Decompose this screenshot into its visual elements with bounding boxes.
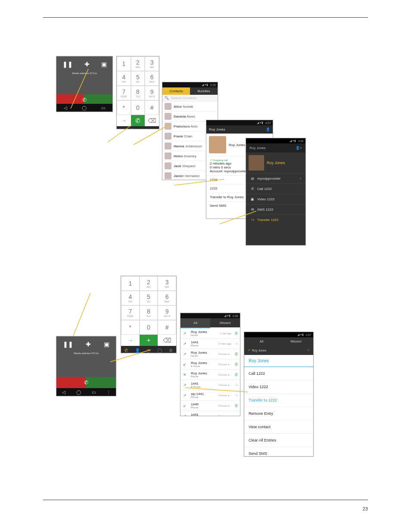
contact-icon[interactable]: 👤 — [266, 128, 270, 131]
nav-contacts-icon[interactable]: 👤 — [130, 128, 135, 130]
action-transfer[interactable]: ↪Transfer 1222 — [246, 215, 305, 225]
entry-action-icon[interactable]: ✆ — [235, 352, 238, 356]
key-hash[interactable]: # — [158, 320, 176, 335]
key-0[interactable]: 0 — [140, 320, 158, 335]
key-0[interactable]: 0 — [131, 100, 145, 115]
popup-remove[interactable]: Remove Entry — [244, 407, 313, 420]
log-entry[interactable]: ↙ Roy Jones● Home 3 hours a... ✆ — [181, 359, 240, 370]
tab-all[interactable]: All — [244, 337, 279, 345]
hangup-bar[interactable] — [56, 377, 87, 388]
call-button[interactable]: ✆ — [131, 115, 145, 126]
backspace-icon[interactable]: ⌫ — [158, 335, 176, 346]
answer-bar[interactable] — [86, 377, 116, 388]
key-4[interactable]: 4GHI — [121, 291, 140, 305]
tab-buddies[interactable]: Buddies — [190, 87, 218, 95]
backspace-icon[interactable]: ⌫ — [145, 115, 159, 126]
tab-contacts[interactable]: Contacts — [162, 87, 190, 95]
provider-row[interactable]: @myvoipprovider› — [246, 173, 305, 184]
key-star[interactable]: * — [121, 320, 140, 335]
home-icon[interactable]: ◯ — [82, 106, 87, 110]
log-entry[interactable]: ↗ 1441Phone 2 mins ago → — [181, 339, 240, 349]
key-hash[interactable]: # — [145, 100, 159, 115]
status-bar: ◢ ▾▮4:06 — [181, 313, 240, 318]
key-7[interactable]: 7PQRS — [117, 86, 131, 100]
incall-subtext: Media address 6711a — [56, 72, 112, 75]
action-video[interactable]: ▣Video 1222 — [246, 194, 305, 204]
nav-history-icon[interactable]: ◔ — [146, 348, 150, 353]
log-entry[interactable]: ✕ Roy JonesPhone 3 hours a... ✆ — [181, 370, 240, 380]
tab-all[interactable]: All — [181, 318, 210, 327]
log-entry[interactable]: ↗ 1441● Phone 4 hours a... → — [181, 380, 240, 390]
key-8[interactable]: 8TUV — [131, 86, 145, 100]
back-icon[interactable]: ◁ — [62, 390, 65, 395]
nav-contacts-icon[interactable]: 👤 — [135, 348, 140, 353]
nav-settings-icon[interactable]: ⚙ — [169, 348, 173, 353]
entry-action-icon[interactable]: → — [234, 414, 238, 417]
transfer-arrow-icon[interactable]: → — [117, 115, 131, 126]
recent-icon[interactable]: ▭ — [92, 390, 96, 395]
incall-topicons: ❚❚ ✚ ▣ — [56, 336, 116, 352]
add-call-button[interactable]: ＋ — [140, 335, 158, 346]
nav-chat-icon[interactable]: ◯ — [157, 348, 162, 353]
nav-history-icon[interactable]: ◔ — [141, 128, 145, 130]
plus-icon[interactable]: ✚ — [84, 61, 90, 68]
key-5[interactable]: 5JKL — [140, 291, 158, 305]
key-2[interactable]: 2ABC — [140, 276, 158, 291]
key-9[interactable]: 9WXYZ — [158, 305, 176, 320]
camera-icon[interactable]: ▣ — [101, 61, 107, 68]
action-sms[interactable]: ✉SMS 1222 — [246, 204, 305, 215]
tab-missed[interactable]: Missed — [279, 337, 313, 345]
log-entry[interactable]: ↗ 1441Phone 5 hours a... → — [181, 411, 240, 416]
entry-action-icon[interactable]: ✆ — [235, 362, 238, 367]
key-6[interactable]: 6MNO — [145, 71, 159, 86]
dialpad-grid: 1 2ABC 3DEF 4GHI 5JKL 6MNO 7PQRS 8TUV 9W… — [121, 276, 176, 335]
key-star[interactable]: * — [117, 100, 131, 115]
entry-action-icon[interactable]: → — [234, 342, 238, 346]
transfer-arrow-icon[interactable]: → — [121, 335, 140, 346]
menu-icon[interactable]: ⋮ — [106, 390, 111, 395]
entry-action-icon[interactable]: → — [234, 393, 238, 398]
search-row[interactable]: 🔍 Search Contacts — [162, 95, 218, 102]
popup-sms[interactable]: Send SMS — [244, 447, 313, 457]
log-entry[interactable]: ↗ Roy JonesHome 1 min ago ✆ — [181, 328, 240, 339]
key-3[interactable]: 3DEF — [158, 276, 176, 291]
key-1[interactable]: 1 — [121, 276, 140, 291]
pause-icon[interactable]: ❚❚ — [62, 61, 73, 68]
nav-phone-icon[interactable]: ✆ — [120, 128, 123, 130]
add-contact-icon[interactable]: 👤+ — [296, 146, 302, 150]
key-1[interactable]: 1 — [117, 56, 131, 71]
strip-call-icon[interactable]: ✆ — [307, 348, 310, 352]
key-8[interactable]: 8TUV — [140, 305, 158, 320]
contact-row[interactable]: Alice Nowak — [162, 102, 218, 112]
popup-video[interactable]: Video 1222 — [244, 380, 313, 394]
log-entry[interactable]: ↙ 1440Phone 5 hours a... ✆ — [181, 401, 240, 411]
nav-phone-icon[interactable]: ✆ — [125, 348, 128, 353]
key-3[interactable]: 3DEF — [145, 56, 159, 71]
pause-icon[interactable]: ❚❚ — [63, 341, 73, 348]
key-9[interactable]: 9WXYZ — [145, 86, 159, 100]
tab-missed[interactable]: Missed — [210, 318, 240, 327]
camera-icon[interactable]: ▣ — [104, 341, 109, 348]
entry-action-icon[interactable]: ✆ — [235, 331, 238, 336]
popup-transfer[interactable]: Transfer to 1222 — [244, 394, 313, 407]
key-5[interactable]: 5JKL — [131, 71, 145, 86]
key-6[interactable]: 6MNO — [158, 291, 176, 305]
nav-chat-icon[interactable]: ◯ — [151, 128, 156, 130]
entry-action-icon[interactable]: → — [234, 383, 238, 387]
popup-call[interactable]: Call 1222 — [244, 367, 313, 380]
key-2[interactable]: 2ABC — [131, 56, 145, 71]
entry-action-icon[interactable]: ✆ — [235, 404, 238, 408]
popup-view[interactable]: View contact — [244, 420, 313, 434]
plus-icon[interactable]: ✚ — [86, 341, 91, 348]
recent-icon[interactable]: ▭ — [101, 106, 105, 110]
back-icon[interactable]: ◁ — [64, 106, 67, 110]
key-4[interactable]: 4GHI — [117, 71, 131, 86]
phone-icon: ✆ — [82, 97, 87, 103]
entry-action-icon[interactable]: ✆ — [235, 373, 238, 377]
action-call[interactable]: ✆Call 1222 — [246, 184, 305, 194]
key-7[interactable]: 7PQRS — [121, 305, 140, 320]
log-entry[interactable]: ↗ sip:1441Phone 4 hours a... → — [181, 390, 240, 401]
log-entry[interactable]: ↗ Roy JonesHome 2 hours a... ✆ — [181, 349, 240, 359]
popup-clear[interactable]: Clear All Entries — [244, 434, 313, 447]
home-icon[interactable]: ◯ — [76, 390, 81, 395]
